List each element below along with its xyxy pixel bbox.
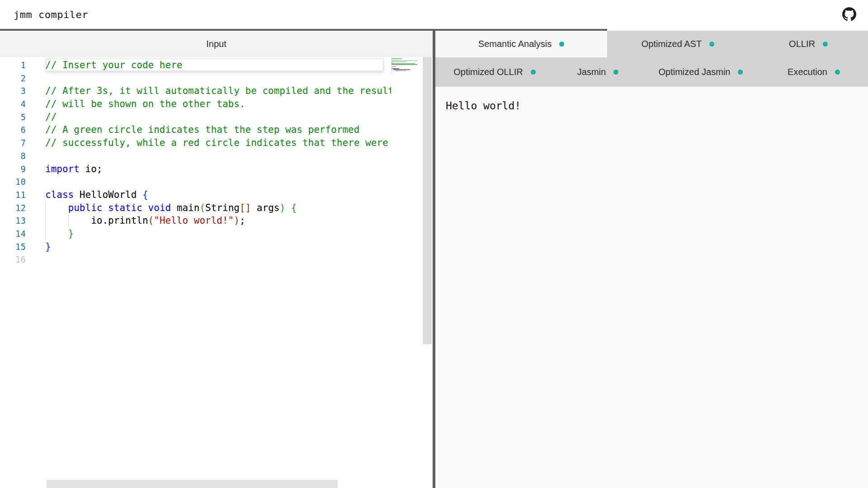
line-number: 12 (0, 202, 26, 215)
tab-label: Execution (788, 67, 827, 77)
tab-label: Optimized OLLIR (453, 67, 523, 77)
tab-semantic-analysis[interactable]: Semantic Analysis (435, 31, 607, 57)
code-line: class HelloWorld { (45, 188, 391, 202)
output-pane: Semantic AnalysisOptimized ASTOLLIR Opti… (435, 31, 868, 488)
code-line: // A green circle indicates that the ste… (45, 123, 391, 136)
app-root: jmm compiler Input 123456789101112131415… (0, 0, 868, 488)
tab-optimized-ast[interactable]: Optimized AST (607, 31, 749, 57)
line-number: 8 (0, 150, 26, 163)
code-line: } (45, 227, 391, 240)
line-number: 2 (0, 72, 26, 85)
tab-label: Semantic Analysis (478, 39, 552, 49)
code-line (45, 175, 391, 188)
code-content: // Insert your code here// After 3s, it … (45, 59, 391, 411)
tab-label: OLLIR (789, 39, 815, 49)
tab-jasmin[interactable]: Jasmin (554, 57, 642, 87)
tab-optimized-ollir[interactable]: Optimized OLLIR (435, 57, 554, 87)
line-number: 16 (0, 253, 26, 266)
tab-label: Optimized AST (642, 39, 702, 49)
tab-execution[interactable]: Execution (760, 57, 868, 87)
tab-input[interactable]: Input (0, 31, 433, 57)
minimap-line (392, 73, 423, 74)
code-line: public static void main(String[] args) { (45, 202, 391, 215)
code-line: // After 3s, it will automatically be co… (45, 84, 391, 98)
code-line: // (45, 111, 391, 124)
line-number: 10 (0, 175, 26, 188)
line-number: 7 (0, 136, 26, 150)
indent-guide (45, 202, 46, 240)
line-number: 3 (0, 84, 26, 98)
line-number: 6 (0, 123, 26, 136)
tabs-row-1: Semantic AnalysisOptimized ASTOLLIR (435, 31, 868, 57)
tab-optimized-jasmin[interactable]: Optimized Jasmin (642, 57, 760, 87)
header: jmm compiler (0, 0, 868, 29)
status-dot-optimized-ollir (531, 70, 536, 75)
app-title: jmm compiler (14, 9, 88, 20)
github-icon[interactable] (842, 7, 856, 21)
code-line: } (45, 240, 391, 253)
vertical-scrollbar[interactable] (423, 57, 432, 344)
code-line: io.println("Hello world!"); (45, 214, 391, 227)
code-editor[interactable]: 12345678910111213141516 // Insert your c… (0, 57, 433, 488)
indent-guide (68, 214, 69, 227)
line-number: 9 (0, 163, 26, 176)
minimap[interactable] (392, 58, 423, 74)
line-number: 1 (0, 59, 26, 72)
line-number: 14 (0, 227, 26, 240)
code-line: // Insert your code here (45, 59, 391, 72)
status-dot-optimized-jasmin (738, 70, 743, 75)
line-number: 15 (0, 240, 26, 253)
status-dot-optimized-ast (709, 42, 714, 47)
status-dot-ollir (823, 42, 828, 47)
code-line: import io; (45, 163, 391, 176)
tab-ollir[interactable]: OLLIR (749, 31, 868, 57)
line-number-gutter: 12345678910111213141516 (0, 59, 26, 266)
code-line: // will be shown on the other tabs. (45, 98, 391, 111)
line-number: 11 (0, 188, 26, 202)
status-dot-semantic-analysis (559, 42, 564, 47)
code-line (45, 253, 391, 266)
tab-label: Optimized Jasmin (659, 67, 731, 77)
line-number: 13 (0, 214, 26, 227)
tab-label: Jasmin (577, 67, 606, 77)
horizontal-scrollbar[interactable] (47, 480, 338, 488)
code-line (45, 150, 391, 163)
tabs-row-2: Optimized OLLIRJasminOptimized JasminExe… (435, 57, 868, 87)
input-pane: Input 12345678910111213141516 // Insert … (0, 31, 433, 488)
status-dot-execution (835, 70, 840, 75)
line-number: 5 (0, 111, 26, 124)
code-line (45, 72, 391, 85)
status-dot-jasmin (613, 70, 618, 75)
input-tab-label: Input (206, 39, 226, 49)
line-number: 4 (0, 98, 26, 111)
output-text: Hello world! (435, 87, 868, 112)
code-line: // successfuly, while a red circle indic… (45, 136, 391, 150)
output-content: Hello world! (435, 87, 868, 488)
